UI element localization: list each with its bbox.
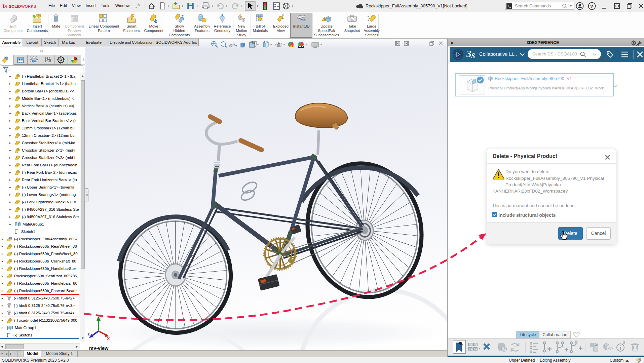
svg-text:SOLIDWORKS: SOLIDWORKS: [9, 4, 36, 8]
svg-text:z: z: [87, 331, 90, 336]
svg-text:Y: Y: [97, 317, 100, 322]
svg-text:S: S: [4, 4, 7, 9]
svg-text:•: •: [461, 51, 461, 53]
svg-text:3: 3: [466, 48, 471, 59]
svg-text:S: S: [471, 52, 475, 60]
svg-text:X: X: [107, 336, 110, 341]
svg-text:!: !: [324, 18, 325, 21]
svg-text:3D: 3D: [453, 54, 456, 56]
svg-text:?: ?: [590, 3, 593, 9]
